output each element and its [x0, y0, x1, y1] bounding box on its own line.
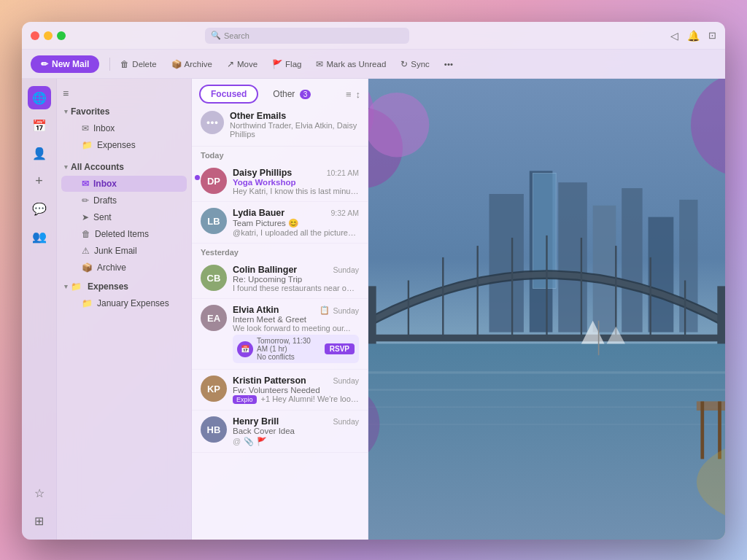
- back-icon[interactable]: ◁: [670, 30, 678, 42]
- email-item[interactable]: EA Elvia Atkin 📋 Sunday Intern Meet & Gr…: [192, 299, 368, 370]
- artwork-svg: [368, 79, 725, 540]
- tab-focused[interactable]: Focused: [199, 85, 258, 104]
- sidebar: ≡ ▾ Favorites ✉ Inbox 📁 Expenses ▾ All A…: [57, 79, 192, 540]
- app-layout: 🌐 📅 👤 + 💬 👥 ☆ ⊞ ≡ ▾ Favorites ✉ Inbox: [22, 79, 725, 540]
- maximize-button[interactable]: [57, 31, 66, 40]
- email-item[interactable]: DP Daisy Phillips 10:21 AM Yoga Workshop…: [192, 162, 368, 202]
- svg-rect-15: [558, 182, 587, 332]
- toolbar-separator: [109, 58, 110, 71]
- email-item[interactable]: LB Lydia Bauer 9:32 AM Team Pictures 😊 @…: [192, 202, 368, 244]
- sidebar-item-expenses-fav[interactable]: 📁 Expenses: [61, 137, 187, 153]
- attachment-icon: 📎: [244, 437, 254, 446]
- notifications-icon[interactable]: 🔔: [687, 30, 700, 42]
- artwork-panel: [368, 79, 725, 540]
- move-icon: ↗: [227, 59, 234, 69]
- more-button[interactable]: •••: [438, 57, 459, 71]
- compose-new-icon: ✏: [41, 59, 48, 69]
- email-content: Kristin Patterson Sunday Fw: Volunteers …: [233, 376, 359, 404]
- sidebar-item-deleted[interactable]: 🗑 Deleted Items: [61, 226, 187, 242]
- sidebar-item-junk[interactable]: ⚠ Junk Email: [61, 243, 187, 259]
- email-avatar: HB: [201, 416, 227, 443]
- search-placeholder: Search: [224, 31, 249, 40]
- rail-add-icon[interactable]: +: [28, 169, 51, 192]
- favorites-chevron: ▾: [64, 108, 68, 115]
- compose-icon[interactable]: ⊡: [708, 30, 716, 41]
- rail-star-icon[interactable]: ☆: [28, 481, 51, 505]
- sync-icon: ↻: [400, 59, 408, 69]
- sidebar-item-inbox[interactable]: ✉ Inbox: [61, 176, 187, 192]
- email-time: Sunday: [333, 376, 359, 385]
- email-avatar: KP: [201, 376, 227, 402]
- email-subject: Yoga Workshop: [233, 178, 359, 187]
- email-preview: We look forward to meeting our...: [233, 324, 359, 332]
- email-content: Lydia Bauer 9:32 AM Team Pictures 😊 @kat…: [233, 208, 359, 237]
- sidebar-item-drafts[interactable]: ✏ Drafts: [61, 192, 187, 209]
- rail-grid-icon[interactable]: ⊞: [28, 509, 51, 532]
- inbox-icon: ✉: [82, 179, 89, 189]
- search-bar[interactable]: 🔍 Search: [205, 28, 409, 44]
- email-from: Colin Ballinger: [233, 265, 297, 275]
- email-time: 10:21 AM: [327, 168, 359, 177]
- svg-rect-16: [593, 206, 616, 332]
- traffic-lights: [31, 31, 66, 40]
- other-emails-senders: Northwind Trader, Elvia Atkin, Daisy Phi…: [230, 121, 359, 139]
- sidebar-item-archive[interactable]: 📦 Archive: [61, 260, 187, 276]
- email-time: Sunday: [333, 417, 359, 426]
- tab-other[interactable]: Other 3: [261, 85, 322, 104]
- unread-dot: [195, 175, 200, 180]
- email-time: Sunday: [333, 306, 359, 315]
- email-from: Lydia Bauer: [233, 208, 285, 218]
- rail-mail-icon[interactable]: 🌐: [28, 86, 51, 109]
- menu-icon[interactable]: ≡: [63, 88, 69, 99]
- other-emails-item[interactable]: ●●● Other Emails Northwind Trader, Elvia…: [192, 104, 368, 147]
- email-content: Henry Brill Sunday Back Cover Idea @ 📎 🚩: [233, 416, 359, 446]
- email-item[interactable]: KP Kristin Patterson Sunday Fw: Voluntee…: [192, 370, 368, 411]
- flag-indicator-icon: 🚩: [257, 437, 267, 446]
- sidebar-item-sent[interactable]: ➤ Sent: [61, 209, 187, 225]
- email-time: 9:32 AM: [330, 209, 359, 217]
- tab-actions: ≡ ↕: [346, 89, 360, 100]
- calendar-indicator-icon: 📋: [320, 306, 330, 315]
- sort-icon[interactable]: ↕: [356, 89, 361, 100]
- email-from: Henry Brill: [233, 416, 279, 427]
- titlebar: 🔍 Search ◁ 🔔 ⊡: [22, 22, 725, 50]
- other-emails-avatar: ●●●: [201, 111, 224, 134]
- all-accounts-section[interactable]: ▾ All Accounts: [57, 159, 191, 175]
- rail-chat-icon[interactable]: 💬: [28, 197, 51, 220]
- archive-button[interactable]: 📦 Archive: [166, 56, 218, 72]
- sync-button[interactable]: ↻ Sync: [395, 56, 436, 72]
- filter-icon[interactable]: ≡: [346, 89, 352, 100]
- svg-rect-18: [649, 217, 674, 332]
- new-mail-button[interactable]: ✏ New Mail: [31, 55, 99, 73]
- delete-button[interactable]: 🗑 Delete: [115, 57, 162, 71]
- email-preview: @katri, I uploaded all the pictures from…: [233, 228, 359, 237]
- minimize-button[interactable]: [44, 31, 53, 40]
- junk-icon: ⚠: [82, 246, 90, 256]
- email-from: Elvia Atkin: [233, 305, 279, 315]
- expenses-folder-icon: 📁: [71, 281, 82, 292]
- email-subject: Re: Upcoming Trip: [233, 275, 359, 284]
- rail-contacts-icon[interactable]: 👥: [28, 225, 51, 248]
- delete-icon: 🗑: [120, 60, 129, 69]
- rail-calendar-icon[interactable]: 📅: [28, 114, 51, 137]
- email-item[interactable]: CB Colin Ballinger Sunday Re: Upcoming T…: [192, 259, 368, 299]
- favorites-section[interactable]: ▾ Favorites: [57, 104, 191, 120]
- deleted-icon: 🗑: [82, 229, 90, 239]
- rsvp-info: Tomorrow, 11:30 AM (1 hr) No conflicts: [253, 337, 325, 361]
- email-avatar: DP: [201, 168, 227, 194]
- rail-people-icon[interactable]: 👤: [28, 141, 51, 165]
- sidebar-item-january[interactable]: 📁 January Expenses: [61, 295, 187, 311]
- move-button[interactable]: ↗ Move: [221, 56, 263, 72]
- rsvp-calendar-icon: 📅: [237, 341, 253, 357]
- toolbar: ✏ New Mail 🗑 Delete 📦 Archive ↗ Move 🚩 F…: [22, 50, 725, 79]
- archive-icon: 📦: [171, 59, 182, 69]
- sidebar-item-inbox-fav[interactable]: ✉ Inbox: [61, 120, 187, 136]
- mark-unread-button[interactable]: ✉ Mark as Unread: [310, 56, 392, 72]
- rsvp-button[interactable]: RSVP: [325, 343, 355, 354]
- flag-button[interactable]: 🚩 Flag: [266, 56, 307, 72]
- close-button[interactable]: [31, 31, 39, 40]
- email-item[interactable]: HB Henry Brill Sunday Back Cover Idea @ …: [192, 411, 368, 453]
- email-content: Colin Ballinger Sunday Re: Upcoming Trip…: [233, 265, 359, 292]
- expenses-section[interactable]: ▾ 📁 Expenses: [57, 279, 191, 295]
- search-icon: 🔍: [211, 31, 221, 40]
